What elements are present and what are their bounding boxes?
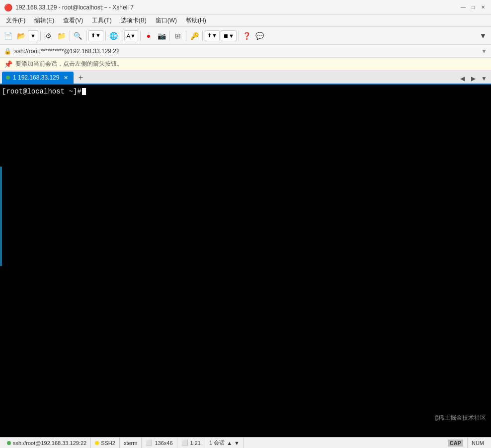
status-num: NUM (468, 438, 488, 448)
address-text: ssh://root:**********@192.168.33.129:22 (14, 48, 478, 55)
toolbar-font-dropdown[interactable]: A▼ (124, 30, 138, 41)
toolbar-transfer-dropdown[interactable]: ⬆▼ (88, 30, 103, 41)
notice-icon: 📌 (4, 60, 12, 68)
sep7 (169, 31, 170, 41)
tab-nav-left[interactable]: ◀ (457, 74, 467, 84)
sep3 (86, 31, 86, 41)
status-position: ⬜ 1,21 (177, 438, 205, 448)
toolbar-open-dropdown[interactable]: ▼ (28, 30, 38, 41)
tab-status-dot (6, 76, 10, 80)
sep10 (239, 31, 239, 41)
toolbar-globe-btn[interactable]: 🌐 (108, 30, 120, 42)
status-sessions: 1 会话 ▲ ▼ (205, 438, 244, 448)
status-protocol-dot (95, 441, 99, 445)
close-button[interactable]: ✕ (479, 3, 487, 11)
size-icon: ⬜ (146, 440, 153, 446)
toolbar-stop-dropdown[interactable]: ⏹▼ (221, 30, 237, 41)
toolbar-xftp-btn[interactable]: 📁 (56, 30, 68, 42)
status-connection: ssh://root@192.168.33.129:22 (3, 438, 91, 448)
toolbar-camera-btn[interactable]: 📷 (156, 30, 167, 42)
sep1 (40, 31, 41, 41)
lock-icon: 🔒 (4, 48, 11, 55)
prompt-text: [root@localhost ~]# (2, 88, 82, 95)
resize-handle[interactable] (0, 167, 2, 266)
status-protocol: SSH2 (91, 438, 120, 448)
status-size: ⬜ 136x46 (142, 438, 177, 448)
toolbar-red1-btn[interactable]: ● (143, 30, 155, 42)
tab-bar: 1 192.168.33.129 ✕ + ◀ ▶ ▼ (0, 71, 491, 85)
tab-add-btn[interactable]: + (75, 72, 86, 84)
minimize-button[interactable]: — (459, 3, 467, 11)
sep2 (70, 31, 70, 41)
sessions-nav-down[interactable]: ▼ (234, 440, 240, 446)
menu-window[interactable]: 窗口(W) (152, 15, 181, 26)
toolbar-help-btn[interactable]: ❓ (241, 30, 253, 42)
menu-file[interactable]: 文件(F) (2, 15, 29, 26)
status-terminal-text: xterm (124, 440, 138, 446)
status-dot (7, 441, 11, 445)
notice-text: 要添加当前会话，点击左侧的箭头按钮。 (15, 60, 123, 68)
toolbar-key-btn[interactable]: 🔑 (188, 30, 200, 42)
sep9 (202, 31, 203, 41)
toolbar: 📄 📂 ▼ ⚙ 📁 🔍 ⬆▼ 🌐 A▼ ● 📷 ⊞ 🔑 ⬆▼ ⏹▼ ❓ 💬 ▼ (0, 27, 491, 45)
title-bar-controls: — □ ✕ (459, 3, 487, 11)
cap-label: CAP (448, 440, 463, 447)
status-size-text: 136x46 (155, 440, 172, 446)
menu-help[interactable]: 帮助(H) (182, 15, 210, 26)
toolbar-upload-dropdown[interactable]: ⬆▼ (205, 30, 220, 41)
menu-view[interactable]: 查看(V) (59, 15, 87, 26)
status-bar: ssh://root@192.168.33.129:22 SSH2 xterm … (0, 437, 491, 448)
sep8 (186, 31, 186, 41)
num-label: NUM (472, 440, 484, 446)
address-bar: 🔒 ssh://root:**********@192.168.33.129:2… (0, 45, 491, 58)
terminal-cursor (82, 88, 86, 95)
title-bar-left: 🔴 192.168.33.129 - root@localhost:~ - Xs… (4, 3, 134, 11)
position-icon: ⬜ (181, 440, 188, 446)
tab-nav-right[interactable]: ▶ (468, 74, 478, 84)
status-position-text: 1,21 (190, 440, 201, 446)
status-terminal: xterm (120, 438, 142, 448)
sep4 (105, 31, 106, 41)
tab-1[interactable]: 1 192.168.33.129 ✕ (2, 72, 74, 84)
menu-bar: 文件(F) 编辑(E) 查看(V) 工具(T) 选项卡(B) 窗口(W) 帮助(… (0, 15, 491, 27)
sep6 (140, 31, 141, 41)
status-cap: CAP (444, 438, 468, 448)
menu-tabs[interactable]: 选项卡(B) (117, 15, 151, 26)
toolbar-new-btn[interactable]: 📄 (2, 30, 14, 42)
toolbar-search-btn[interactable]: 🔍 (72, 30, 84, 42)
tab-close-btn[interactable]: ✕ (62, 74, 70, 82)
toolbar-chat-btn[interactable]: 💬 (254, 30, 266, 42)
title-bar: 🔴 192.168.33.129 - root@localhost:~ - Xs… (0, 0, 491, 15)
notice-bar: 📌 要添加当前会话，点击左侧的箭头按钮。 (0, 58, 491, 71)
maximize-button[interactable]: □ (469, 3, 477, 11)
status-sessions-text: 1 会话 (209, 439, 225, 447)
toolbar-split-btn[interactable]: ⊞ (172, 30, 184, 42)
menu-tools[interactable]: 工具(T) (88, 15, 115, 26)
tab-nav: ◀ ▶ ▼ (457, 74, 489, 84)
tab-label: 1 192.168.33.129 (13, 74, 59, 81)
toolbar-prop-btn[interactable]: ⚙ (43, 30, 55, 42)
toolbar-expand-btn[interactable]: ▼ (477, 30, 489, 42)
terminal-area[interactable]: [root@localhost ~]# @稀土掘金技术社区 (0, 85, 491, 437)
status-protocol-text: SSH2 (101, 440, 115, 446)
title-bar-text: 192.168.33.129 - root@localhost:~ - Xshe… (15, 4, 134, 11)
app-icon: 🔴 (4, 3, 12, 11)
terminal-prompt: [root@localhost ~]# (2, 88, 489, 95)
toolbar-open-btn[interactable]: 📂 (15, 30, 27, 42)
status-connection-text: ssh://root@192.168.33.129:22 (13, 440, 86, 446)
watermark: @稀土掘金技术社区 (435, 414, 486, 422)
tab-nav-menu[interactable]: ▼ (479, 74, 489, 84)
address-dropdown-btn[interactable]: ▼ (481, 48, 487, 55)
sep5 (122, 31, 122, 41)
sessions-nav-up[interactable]: ▲ (227, 440, 232, 446)
menu-edit[interactable]: 编辑(E) (30, 15, 58, 26)
